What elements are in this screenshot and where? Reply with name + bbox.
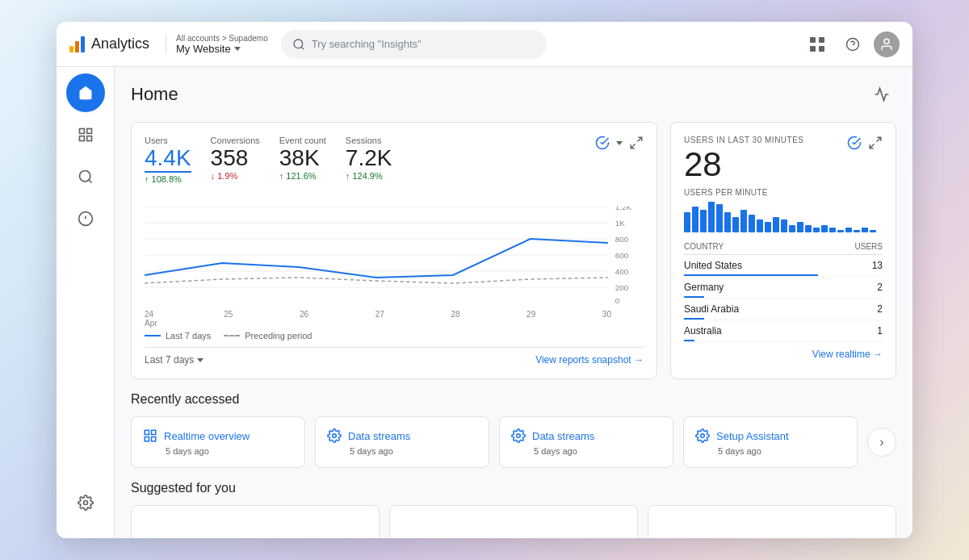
- account-name[interactable]: My Website: [176, 43, 268, 55]
- svg-point-40: [333, 434, 337, 438]
- app-title: Analytics: [91, 36, 149, 52]
- chart-container: 1.2K 1K 800 600 400 200 0: [145, 207, 644, 303]
- country-row: Germany2: [684, 277, 883, 299]
- svg-line-14: [88, 180, 91, 183]
- expand-icon[interactable]: [629, 136, 644, 150]
- view-realtime-link[interactable]: View realtime →: [812, 349, 883, 360]
- mini-bar-item: [773, 217, 779, 232]
- svg-text:1K: 1K: [615, 219, 626, 227]
- mini-bar-item: [700, 210, 707, 233]
- accessed-time-setup: 5 days ago: [718, 446, 845, 456]
- accessed-name-datastreams1: Data streams: [348, 430, 410, 442]
- mini-bar-item: [740, 210, 747, 233]
- date-range-button[interactable]: Last 7 days: [145, 354, 203, 366]
- svg-point-42: [701, 434, 705, 438]
- svg-rect-3: [819, 37, 824, 43]
- apps-button[interactable]: [803, 30, 832, 59]
- mini-bar-item: [765, 222, 771, 232]
- svg-rect-37: [152, 430, 156, 434]
- accessed-card-header: Setup Assistant: [695, 428, 845, 443]
- actions-chevron[interactable]: [616, 141, 623, 145]
- svg-point-13: [79, 171, 90, 182]
- mini-bar-item: [829, 228, 836, 232]
- gear-icon: [327, 428, 342, 443]
- account-breadcrumb: All accounts > Supademo: [176, 34, 268, 43]
- sidebar-bottom: [66, 483, 105, 538]
- accessed-name-realtime: Realtime overview: [164, 430, 250, 442]
- logo-icon: [69, 36, 85, 52]
- view-reports-link[interactable]: View reports snapshot →: [535, 354, 644, 366]
- stats-row: Users 4.4K ↑ 108.8% Conversions 358 ↓ 1.…: [145, 136, 392, 184]
- svg-text:400: 400: [615, 267, 629, 275]
- perminute-label: USERS PER MINUTE: [684, 188, 883, 197]
- check-circle-icon[interactable]: [847, 136, 862, 150]
- suggested-card-2: [389, 505, 638, 538]
- help-button[interactable]: [838, 30, 867, 59]
- svg-rect-39: [152, 437, 156, 441]
- svg-line-35: [870, 144, 874, 148]
- settings-button[interactable]: [66, 483, 105, 522]
- realtime-footer: View realtime →: [684, 349, 883, 360]
- search-icon: [292, 38, 305, 51]
- svg-line-34: [877, 137, 881, 141]
- sidebar-item-explore[interactable]: [66, 157, 105, 196]
- svg-text:800: 800: [615, 235, 629, 243]
- sidebar-item-home[interactable]: [66, 73, 105, 112]
- stat-events[interactable]: Event count 38K ↑ 121.6%: [279, 136, 326, 184]
- stat-users-label: Users: [145, 136, 191, 145]
- realtime-card: USERS IN LAST 30 MINUTES 28 USERS PER MI…: [670, 122, 896, 379]
- accessed-card-datastreams2[interactable]: Data streams 5 days ago: [499, 416, 673, 468]
- search-placeholder: Try searching "Insights": [312, 38, 422, 50]
- stat-sessions-label: Sessions: [346, 136, 392, 145]
- stat-conversions[interactable]: Conversions 358 ↓ 1.9%: [211, 136, 260, 184]
- realtime-card-header: USERS IN LAST 30 MINUTES 28: [684, 136, 883, 188]
- stat-sessions[interactable]: Sessions 7.2K ↑ 124.9%: [346, 136, 392, 184]
- stat-users-value: 4.4K: [145, 147, 191, 173]
- suggested-card-3: [648, 505, 896, 538]
- accessed-card-realtime[interactable]: Realtime overview 5 days ago: [131, 416, 305, 468]
- accessed-time-realtime: 5 days ago: [166, 446, 293, 456]
- user-avatar[interactable]: [874, 31, 900, 57]
- svg-text:600: 600: [615, 251, 629, 259]
- mini-bar-item: [716, 204, 723, 232]
- svg-point-41: [517, 434, 521, 438]
- legend-current-line: [145, 335, 161, 336]
- search-bar[interactable]: Try searching "Insights": [281, 30, 547, 59]
- country-row: Australia1: [684, 320, 883, 342]
- chart-legend: Last 7 days Preceding period: [145, 331, 644, 341]
- accessed-card-datastreams1[interactable]: Data streams 5 days ago: [315, 416, 489, 468]
- suggested-section: Suggested for you: [131, 481, 896, 538]
- mini-bar-item: [837, 230, 844, 232]
- stat-users[interactable]: Users 4.4K ↑ 108.8%: [145, 136, 191, 184]
- grid-icon: [143, 428, 157, 443]
- accessed-card-header: Data streams: [327, 428, 477, 443]
- sidebar-item-reports[interactable]: [66, 115, 105, 154]
- svg-rect-9: [79, 129, 84, 134]
- sidebar: [57, 67, 115, 538]
- accessed-name-setup: Setup Assistant: [716, 430, 789, 442]
- country-row: Saudi Arabia2: [684, 299, 883, 320]
- expand-icon[interactable]: [868, 136, 883, 150]
- mini-bar-item: [821, 225, 828, 233]
- mini-bar-item: [732, 217, 739, 232]
- account-selector[interactable]: All accounts > Supademo My Website: [176, 34, 268, 55]
- card-actions: [595, 136, 644, 150]
- page-action-icon[interactable]: [867, 80, 896, 109]
- check-circle-icon[interactable]: [595, 136, 610, 150]
- accessed-card-setup[interactable]: Setup Assistant 5 days ago: [683, 416, 858, 468]
- page-header: Home: [131, 80, 896, 109]
- stat-conversions-value: 358: [211, 147, 260, 169]
- accessed-nav-button[interactable]: ›: [867, 428, 896, 457]
- browser-window: Analytics All accounts > Supademo My Web…: [57, 22, 912, 538]
- mini-bar-item: [854, 230, 860, 232]
- gear-icon: [695, 428, 710, 443]
- sidebar-item-advertising[interactable]: [66, 199, 105, 238]
- svg-point-8: [884, 39, 889, 44]
- accessed-card-header: Data streams: [511, 428, 661, 443]
- chevron-down-icon: [234, 47, 241, 51]
- chart-x-labels: 24Apr 25 26 27 28 29 30: [145, 310, 644, 328]
- header: Analytics All accounts > Supademo My Web…: [57, 22, 912, 67]
- accessed-time-datastreams1: 5 days ago: [350, 446, 477, 456]
- legend-preceding: Preceding period: [224, 331, 312, 341]
- mini-bar-item: [781, 219, 787, 232]
